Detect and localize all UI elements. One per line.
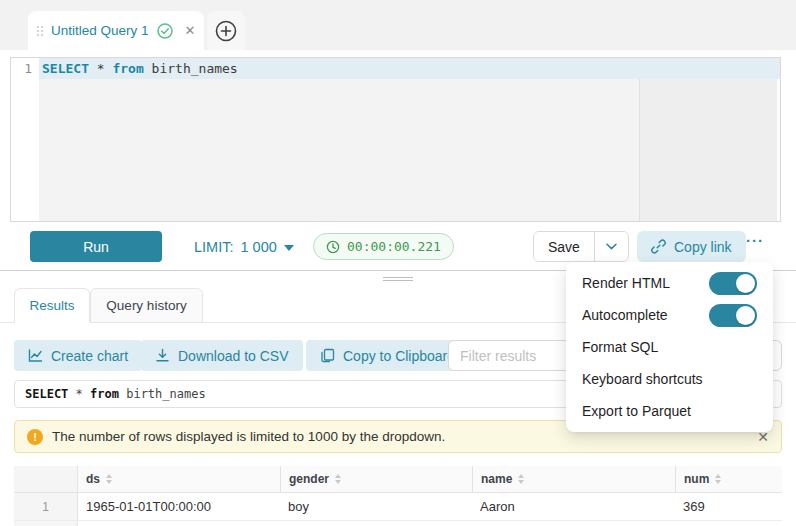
query-tab-active[interactable]: Untitled Query 1 ✕ xyxy=(28,11,204,50)
table-row-partial xyxy=(14,521,782,526)
save-split-button: Save xyxy=(533,231,629,262)
download-csv-label: Download to CSV xyxy=(178,348,289,364)
limit-label: LIMIT: xyxy=(194,239,233,255)
menu-item-label: Autocomplete xyxy=(582,307,668,323)
save-button[interactable]: Save xyxy=(534,232,595,261)
menu-item-format-sql[interactable]: Format SQL xyxy=(566,331,773,363)
column-label: gender xyxy=(289,472,329,486)
sql-editor[interactable]: 1 SELECT * from birth_names xyxy=(10,57,781,222)
sql-token: birth_names xyxy=(119,387,206,401)
column-header-ds[interactable]: ds xyxy=(78,466,280,492)
sql-token: * xyxy=(68,387,90,401)
copy-clipboard-button[interactable]: Copy to Clipboard xyxy=(306,340,469,371)
tab-query-history[interactable]: Query history xyxy=(90,288,203,323)
add-tab-button[interactable] xyxy=(207,11,245,50)
row-index-header xyxy=(14,466,78,492)
chevron-down-icon xyxy=(606,243,617,250)
cell-ds: 1965-01-01T00:00:00 xyxy=(78,499,280,514)
editor-gutter: 1 xyxy=(11,58,39,221)
save-options-button[interactable] xyxy=(595,232,628,261)
menu-item-label: Keyboard shortcuts xyxy=(582,371,703,387)
sort-icon[interactable] xyxy=(715,474,721,484)
menu-item-autocomplete[interactable]: Autocomplete xyxy=(566,299,773,331)
more-actions-button[interactable]: ··· xyxy=(746,232,764,249)
link-icon xyxy=(651,239,666,254)
table-header-row: ds gender name num xyxy=(14,466,782,493)
column-header-num[interactable]: num xyxy=(675,466,782,492)
drag-handle-icon[interactable] xyxy=(37,26,43,36)
sql-keyword: from xyxy=(112,61,143,76)
menu-item-label: Render HTML xyxy=(582,275,670,291)
column-label: name xyxy=(481,472,512,486)
line-number: 1 xyxy=(24,61,32,76)
download-icon xyxy=(155,348,170,363)
column-label: num xyxy=(684,472,709,486)
column-header-gender[interactable]: gender xyxy=(280,466,472,492)
copy-link-button[interactable]: Copy link xyxy=(637,231,746,262)
sort-icon[interactable] xyxy=(518,474,524,484)
editor-code-area[interactable]: SELECT * from birth_names xyxy=(39,58,780,221)
query-timer-badge: 00:00:00.221 xyxy=(313,233,454,260)
menu-item-export-parquet[interactable]: Export to Parquet xyxy=(566,395,773,427)
plus-circle-icon xyxy=(215,20,237,42)
warning-text: The number of rows displayed is limited … xyxy=(52,429,445,444)
print-margin xyxy=(639,58,777,221)
column-header-name[interactable]: name xyxy=(472,466,675,492)
close-tab-icon[interactable]: ✕ xyxy=(185,23,196,38)
elapsed-time: 00:00:00.221 xyxy=(347,239,441,254)
limit-dropdown[interactable]: LIMIT: 1 000 xyxy=(194,231,294,262)
column-label: ds xyxy=(86,472,100,486)
menu-item-render-html[interactable]: Render HTML xyxy=(566,267,773,299)
limit-value: 1 000 xyxy=(240,239,276,255)
query-tab-label: Untitled Query 1 xyxy=(51,23,149,38)
sort-icon[interactable] xyxy=(335,474,341,484)
menu-item-label: Export to Parquet xyxy=(582,403,691,419)
chart-icon xyxy=(28,348,43,363)
run-button[interactable]: Run xyxy=(30,231,162,262)
download-csv-button[interactable]: Download to CSV xyxy=(141,340,303,371)
pane-resize-handle[interactable] xyxy=(383,275,413,283)
row-index: 1 xyxy=(14,493,78,520)
caret-down-icon xyxy=(284,245,294,251)
clock-icon xyxy=(326,240,340,254)
copy-link-label: Copy link xyxy=(674,239,732,255)
menu-item-keyboard-shortcuts[interactable]: Keyboard shortcuts xyxy=(566,363,773,395)
query-tab-bar: Untitled Query 1 ✕ xyxy=(0,0,796,50)
create-chart-button[interactable]: Create chart xyxy=(14,340,142,371)
copy-clipboard-label: Copy to Clipboard xyxy=(343,348,455,364)
create-chart-label: Create chart xyxy=(51,348,128,364)
copy-icon xyxy=(320,348,335,363)
sql-keyword: from xyxy=(90,387,119,401)
editor-scrollbar[interactable] xyxy=(777,58,780,221)
sql-keyword: SELECT xyxy=(42,61,89,76)
row-index xyxy=(14,521,78,526)
sql-token: birth_names xyxy=(144,61,238,76)
sort-icon[interactable] xyxy=(106,474,112,484)
more-actions-menu: Render HTML Autocomplete Format SQL Keyb… xyxy=(566,262,773,432)
menu-item-label: Format SQL xyxy=(582,339,658,355)
autocomplete-toggle[interactable] xyxy=(709,304,757,327)
warning-icon: ! xyxy=(27,429,43,445)
cell-num: 369 xyxy=(675,499,782,514)
sql-token: * xyxy=(89,61,112,76)
tab-results[interactable]: Results xyxy=(14,288,90,323)
results-table: ds gender name num 1 1965-01-01T00:00:00… xyxy=(14,466,782,526)
sql-keyword: SELECT xyxy=(25,387,68,401)
render-html-toggle[interactable] xyxy=(709,272,757,295)
table-row[interactable]: 1 1965-01-01T00:00:00 boy Aaron 369 xyxy=(14,493,782,521)
check-circle-icon xyxy=(157,23,173,39)
code-line-1[interactable]: SELECT * from birth_names xyxy=(39,58,780,79)
cell-gender: boy xyxy=(280,499,472,514)
cell-name: Aaron xyxy=(472,499,675,514)
